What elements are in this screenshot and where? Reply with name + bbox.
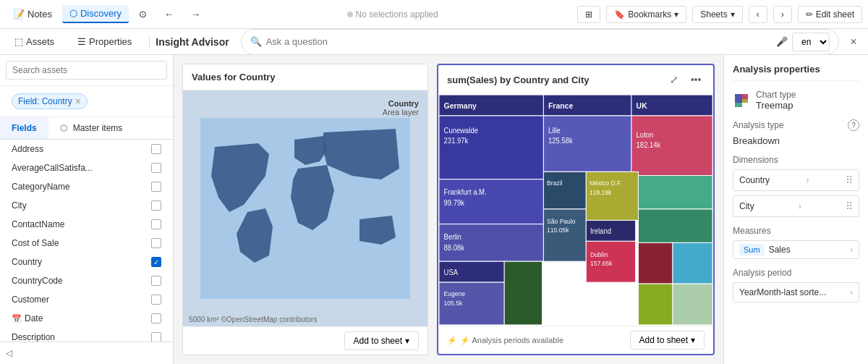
main-layout: Field: Country × Fields ⬡ Master items A… [0,55,868,364]
add-dropdown-icon: ▾ [691,335,695,345]
discovery-button[interactable]: ⬡ Discovery [62,5,129,23]
field-item-customer[interactable]: Customer [0,290,173,309]
notes-button[interactable]: 📝 Notes [6,6,59,22]
field-item-costofsale[interactable]: Cost of Sale [0,234,173,253]
search-assets-input[interactable] [6,61,167,80]
svg-text:125.58k: 125.58k [548,137,573,145]
svg-rect-3 [439,116,543,179]
svg-text:110.05k: 110.05k [547,227,569,234]
analysis-period-row[interactable]: YearMonth-last sorte... › [733,282,859,302]
search-input[interactable] [266,36,772,47]
properties-tab[interactable]: ☰ Properties [69,32,140,51]
field-checkbox-city[interactable] [151,200,161,211]
analysis-type-help[interactable]: ? [848,119,859,131]
grid-icon: ⊞ [585,9,592,20]
selection-dot [347,12,353,17]
lasso-button[interactable]: ⊙ [132,6,154,22]
svg-text:México D.F.: México D.F. [590,179,622,187]
expand-button[interactable]: ⤢ [665,71,683,88]
fields-nav[interactable]: Fields [0,117,48,139]
dropdown-icon: ▾ [405,336,409,346]
svg-text:88.08k: 88.08k [444,243,465,251]
sub-toolbar: ⬚ Assets ☰ Properties Insight Advisor 🔍 … [0,29,868,55]
map-credit: 5000 km² ©OpenStreetMap contributors [189,316,317,323]
bookmarks-button[interactable]: 🔖 Bookmarks ▾ [606,6,686,23]
svg-rect-48 [742,94,748,99]
treemap-icon [733,92,750,109]
close-button[interactable]: × [845,33,862,51]
svg-text:France: France [548,101,573,109]
field-checkbox-categoryname[interactable] [151,182,161,192]
more-options-button[interactable]: ••• [687,71,705,88]
field-item-averagecall[interactable]: AverageCallSatisfa... [0,158,173,177]
svg-rect-49 [742,99,748,103]
assets-icon: ⬚ [14,36,23,47]
country-chevron: › [807,175,809,185]
svg-text:Germany: Germany [444,101,477,109]
measure-sales-row[interactable]: Sum Sales › [733,240,859,259]
svg-rect-38 [673,242,712,284]
field-checkbox-date[interactable] [151,313,161,323]
notes-icon: 📝 [13,9,25,20]
selection-bar: No selections applied [210,9,574,20]
treemap-title: sum(Sales) by Country and City [447,75,589,85]
dimension-country-row[interactable]: Country › ⠿ [733,169,859,191]
field-checkbox-country[interactable]: ✓ [151,257,161,267]
field-item-countrycode[interactable]: CountryCode [0,271,173,290]
svg-rect-37 [638,242,673,284]
next-sheet-button[interactable]: › [773,6,792,23]
add-to-sheet-left[interactable]: Add to sheet ▾ [344,331,419,350]
chart-type-row: Chart type Treemap [733,90,859,111]
svg-rect-36 [638,209,712,242]
measures-section: Measures Sum Sales › [733,226,859,259]
city-drag-handle[interactable]: ⠿ [846,200,853,212]
content-area: Values for Country [174,55,723,364]
svg-rect-35 [638,176,712,209]
field-checkbox-customer[interactable] [151,295,161,305]
field-item-categoryname[interactable]: CategoryName [0,177,173,196]
bookmarks-chevron: ▾ [674,9,678,20]
field-checkbox-averagecall[interactable] [151,163,161,173]
assets-tab[interactable]: ⬚ Assets [6,32,63,51]
master-items-nav[interactable]: ⬡ Master items [48,117,135,139]
field-item-contactname[interactable]: ContactName [0,215,173,234]
field-item-address[interactable]: Address [0,140,173,158]
left-panel: Field: Country × Fields ⬡ Master items A… [0,55,174,364]
field-tag-remove[interactable]: × [75,96,81,107]
svg-text:Lille: Lille [548,126,561,134]
field-tag-label: Field: Country [18,96,72,106]
analysis-properties-title: Analysis properties [733,64,859,81]
field-checkbox-countrycode[interactable] [151,276,161,286]
lang-select[interactable]: en [792,33,830,51]
card-left-body: Country Area layer 5000 km² ©OpenStreetM… [183,90,427,326]
field-tag: Field: Country × [12,93,88,109]
field-checkbox-costofsale[interactable] [151,238,161,248]
field-checkbox-contactname[interactable] [151,219,161,229]
field-item-description[interactable]: Description [0,328,173,342]
left-panel-bottom[interactable]: ◁ [0,342,173,364]
edit-sheet-button[interactable]: ✏ Edit sheet [798,6,862,23]
field-item-country[interactable]: Country ✓ [0,253,173,271]
svg-text:Berlin: Berlin [444,233,461,241]
back-button[interactable]: ← [157,6,181,22]
svg-text:99.79k: 99.79k [444,198,465,206]
bookmark-icon: 🔖 [614,9,625,20]
country-drag-handle[interactable]: ⠿ [846,174,853,186]
field-checkbox-address[interactable] [151,144,161,154]
svg-rect-46 [673,284,712,325]
field-item-city[interactable]: City [0,196,173,215]
dimension-city-row[interactable]: City › ⠿ [733,195,859,217]
svg-text:USA: USA [444,268,459,276]
prev-sheet-button[interactable]: ‹ [749,6,767,23]
field-checkbox-description[interactable] [151,332,161,342]
lightning-icon: ⚡ [447,336,457,345]
field-item-date[interactable]: 📅 Date [0,309,173,328]
svg-text:182.14k: 182.14k [637,141,661,149]
sheets-chevron: ▾ [731,9,735,20]
add-to-sheet-right[interactable]: Add to sheet ▾ [630,331,705,350]
sheets-button[interactable]: Sheets ▾ [692,6,742,23]
mic-icon[interactable]: 🎤 [776,36,788,47]
search-icon: 🔍 [250,36,262,47]
forward-button[interactable]: → [184,6,208,22]
grid-view-button[interactable]: ⊞ [577,6,600,23]
